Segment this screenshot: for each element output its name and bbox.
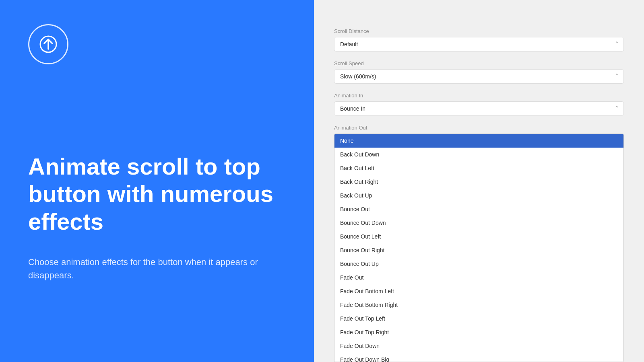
scroll-distance-group: Scroll Distance Default [334,28,624,51]
list-item[interactable]: Back Out Up [334,189,623,202]
scroll-speed-label: Scroll Speed [334,60,624,66]
scroll-distance-select[interactable]: Default [334,37,624,51]
scroll-distance-select-wrapper: Default [334,37,624,51]
list-item[interactable]: Fade Out [334,271,623,284]
sub-text: Choose animation effects for the button … [28,255,266,282]
list-item[interactable]: Fade Out Down Big [334,353,623,362]
list-item[interactable]: Bounce Out [334,202,623,216]
scroll-distance-label: Scroll Distance [334,28,624,34]
scroll-speed-select[interactable]: Slow (600m/s) [334,69,624,84]
list-item[interactable]: Bounce Out Right [334,243,623,257]
list-item[interactable]: Fade Out Top Right [334,325,623,339]
list-item[interactable]: Fade Out Bottom Left [334,284,623,298]
scroll-speed-select-wrapper: Slow (600m/s) [334,69,624,84]
animation-in-label: Animation In [334,93,624,99]
list-item[interactable]: None [334,134,623,148]
animation-out-label: Animation Out [334,125,624,131]
list-item[interactable]: Back Out Down [334,148,623,161]
list-item[interactable]: Back Out Left [334,161,623,175]
list-item[interactable]: Fade Out Down [334,339,623,353]
right-panel: Scroll Distance Default Scroll Speed Slo… [314,0,644,362]
list-item[interactable]: Bounce Out Down [334,216,623,230]
main-heading: Animate scroll to top button with numero… [28,153,286,235]
logo-circle [28,24,68,64]
list-item[interactable]: Back Out Right [334,175,623,189]
list-item[interactable]: Bounce Out Left [334,230,623,243]
list-item[interactable]: Fade Out Top Left [334,312,623,325]
logo-icon [38,34,59,55]
list-item[interactable]: Fade Out Bottom Right [334,298,623,312]
list-item[interactable]: Bounce Out Up [334,257,623,271]
animation-in-select[interactable]: Bounce In [334,101,624,116]
animation-out-listbox[interactable]: NoneBack Out DownBack Out LeftBack Out R… [334,134,624,362]
left-panel: Animate scroll to top button with numero… [0,0,314,362]
animation-in-group: Animation In Bounce In [334,93,624,116]
animation-out-section: Animation Out NoneBack Out DownBack Out … [334,125,624,362]
scroll-speed-group: Scroll Speed Slow (600m/s) [334,60,624,84]
animation-in-select-wrapper: Bounce In [334,101,624,116]
